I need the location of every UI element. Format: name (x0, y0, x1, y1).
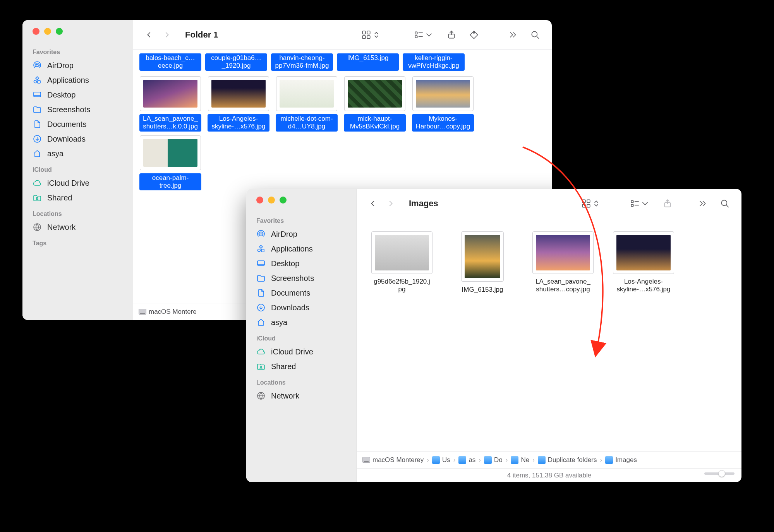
sidebar-item-documents[interactable]: Documents (246, 286, 357, 300)
sidebar-item-label: Screenshots (271, 274, 314, 283)
file-item[interactable]: LA_sean_pavone_shutters…copy.jpg (528, 231, 598, 294)
tags-button[interactable] (465, 27, 483, 42)
sidebar-item-screenshots[interactable]: Screenshots (22, 102, 133, 117)
sidebar-item-screenshots[interactable]: Screenshots (246, 271, 357, 286)
sidebar-item-network[interactable]: Network (246, 388, 357, 403)
file-label[interactable]: couple-g01ba6…_1920.jpg (205, 53, 267, 71)
sidebar-item-network[interactable]: Network (22, 220, 133, 234)
window-controls (22, 28, 133, 43)
close-button[interactable] (33, 28, 39, 35)
minimize-button[interactable] (268, 197, 275, 204)
sidebar-item-applications[interactable]: Applications (22, 73, 133, 87)
sidebar-item-label: Documents (47, 120, 86, 129)
path-crumb-label: macOS Montere (149, 308, 197, 316)
sidebar-item-label: iCloud Drive (47, 179, 89, 188)
path-crumb-disk[interactable]: macOS Montere (139, 308, 197, 316)
status-text: 4 items, 151,38 GB available (507, 472, 591, 479)
sidebar-item-label: Downloads (47, 135, 86, 144)
sidebar-item-airdrop[interactable]: AirDrop (22, 58, 133, 73)
sidebar-item-home[interactable]: asya (22, 146, 133, 161)
overflow-button[interactable] (693, 196, 711, 211)
file-item[interactable]: Los-Angeles-skyline-…x576.jpg (206, 76, 271, 132)
applications-icon (33, 75, 42, 85)
back-button[interactable] (365, 197, 381, 210)
disk-icon (139, 309, 146, 315)
zoom-button[interactable] (56, 28, 63, 35)
sidebar-item-icloud-drive[interactable]: iCloud Drive (246, 344, 357, 359)
file-item[interactable]: ocean-palm-tree.jpg (138, 135, 203, 191)
path-crumb-label: Images (615, 456, 637, 464)
sidebar-item-label: Downloads (271, 303, 309, 312)
file-icon-area[interactable]: g95d6e2f5b_1920.jpg IMG_6153.jpg LA_sean… (357, 218, 741, 451)
sidebar-item-label: Applications (271, 245, 313, 253)
path-crumb[interactable]: Ne (511, 456, 529, 464)
cloud-icon (33, 178, 42, 188)
sidebar-item-label: Documents (271, 289, 310, 298)
file-label: LA_sean_pavone_shutters…k.0.0.jpg (139, 114, 201, 132)
view-mode-button[interactable] (357, 27, 385, 42)
sidebar-item-shared[interactable]: Shared (22, 190, 133, 205)
download-icon (256, 303, 266, 312)
path-crumb[interactable]: Do (484, 456, 503, 464)
folder-icon (538, 456, 546, 464)
path-crumb-label: Do (494, 456, 503, 464)
file-thumbnail (461, 231, 504, 282)
share-button[interactable] (659, 196, 676, 211)
path-crumb-label: as (469, 456, 475, 464)
file-label[interactable]: kellen-riggin-vwPiVcHdkgc.jpg (403, 53, 465, 71)
forward-button[interactable] (383, 197, 399, 210)
sidebar-item-shared[interactable]: Shared (246, 359, 357, 374)
sidebar-item-documents[interactable]: Documents (22, 117, 133, 132)
path-crumb[interactable]: Us (432, 456, 450, 464)
share-button[interactable] (443, 27, 460, 42)
view-mode-button[interactable] (577, 196, 605, 211)
sidebar-item-downloads[interactable]: Downloads (246, 300, 357, 315)
file-item[interactable]: IMG_6153.jpg (448, 231, 517, 294)
file-item[interactable]: g95d6e2f5b_1920.jpg (367, 231, 437, 294)
folder-icon (432, 456, 440, 464)
back-button[interactable] (141, 28, 157, 41)
file-item[interactable]: micheile-dot-com-d4…UY8.jpg (274, 76, 339, 132)
search-button[interactable] (526, 27, 544, 42)
sidebar-item-icloud-drive[interactable]: iCloud Drive (22, 176, 133, 190)
path-crumb[interactable]: as (458, 456, 475, 464)
path-bar[interactable]: macOS Monterey› Us› as› Do› Ne› Duplicat… (357, 451, 741, 468)
sidebar-section-favorites: Favorites (246, 212, 357, 227)
file-item[interactable]: LA_sean_pavone_shutters…k.0.0.jpg (138, 76, 203, 132)
download-icon (33, 134, 42, 144)
group-button[interactable] (626, 196, 654, 211)
file-item[interactable]: Los-Angeles-skyline-…x576.jpg (609, 231, 678, 294)
sidebar-item-label: Applications (47, 76, 89, 85)
sidebar-item-desktop[interactable]: Desktop (22, 87, 133, 102)
close-button[interactable] (256, 197, 263, 204)
file-label: IMG_6153.jpg (460, 285, 506, 294)
zoom-button[interactable] (280, 197, 287, 204)
minimize-button[interactable] (44, 28, 51, 35)
file-label[interactable]: balos-beach_c…eece.jpg (139, 53, 201, 71)
search-button[interactable] (716, 196, 734, 211)
sidebar-item-airdrop[interactable]: AirDrop (246, 227, 357, 241)
slider-knob[interactable] (718, 470, 725, 477)
sidebar-item-label: Shared (47, 193, 72, 202)
sidebar-item-desktop[interactable]: Desktop (246, 256, 357, 271)
overflow-button[interactable] (504, 27, 522, 42)
file-label: Los-Angeles-skyline-…x576.jpg (613, 277, 674, 294)
path-crumb[interactable]: Duplicate folders (538, 456, 597, 464)
nav-buttons (365, 197, 399, 210)
icon-size-slider[interactable] (704, 472, 735, 475)
path-crumb[interactable]: macOS Monterey (362, 456, 424, 464)
forward-button[interactable] (159, 28, 175, 41)
file-item[interactable]: Mykonos-Harbour…copy.jpg (410, 76, 475, 132)
sidebar-item-home[interactable]: asya (246, 315, 357, 330)
sidebar-item-label: AirDrop (47, 61, 74, 70)
sidebar-item-applications[interactable]: Applications (246, 241, 357, 256)
sidebar-item-downloads[interactable]: Downloads (22, 132, 133, 146)
file-item[interactable]: mick-haupt-Mv5sBKvlCkI.jpg (342, 76, 407, 132)
document-icon (256, 288, 266, 298)
path-crumb-label: macOS Monterey (372, 456, 424, 464)
group-button[interactable] (410, 27, 438, 42)
file-label[interactable]: hanvin-cheong-pp7Vm36-fmM.jpg (271, 53, 333, 71)
path-crumb[interactable]: Images (605, 456, 637, 464)
file-label[interactable]: IMG_6153.jpg (337, 53, 399, 71)
content-area: Images g95d6e2f5b_1920.jpg IMG_6153.jpg (357, 189, 741, 482)
